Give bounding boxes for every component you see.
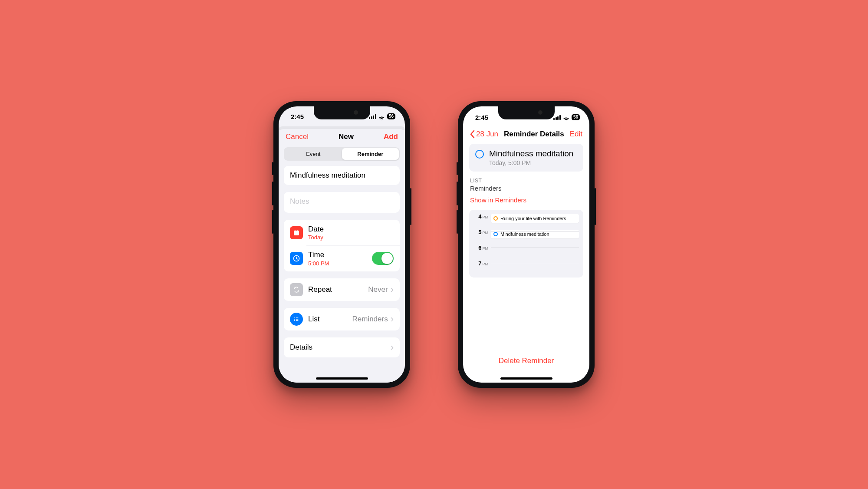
calendar-icon bbox=[290, 226, 303, 239]
reminder-summary[interactable]: Mindfulness meditation Today, 5:00 PM bbox=[469, 144, 583, 172]
notch bbox=[498, 106, 555, 119]
repeat-icon bbox=[290, 283, 303, 296]
timeline: 4PM Ruling your life with Reminders 5PM … bbox=[469, 210, 583, 278]
edit-button[interactable]: Edit bbox=[570, 130, 582, 139]
cancel-button[interactable]: Cancel bbox=[286, 132, 309, 141]
timeline-hour: 7PM bbox=[473, 259, 488, 267]
details-label: Details bbox=[290, 343, 312, 352]
home-indicator[interactable] bbox=[500, 377, 552, 380]
event-dot-icon bbox=[493, 232, 498, 236]
list-section-label: LIST bbox=[470, 178, 583, 184]
cellular-icon bbox=[369, 114, 376, 119]
notch bbox=[314, 106, 370, 119]
clock-icon bbox=[290, 252, 303, 265]
date-label: Date bbox=[308, 225, 324, 234]
phone-right: 2:45 56 28 Jun Reminder Details Edit Min… bbox=[458, 101, 595, 388]
add-button[interactable]: Add bbox=[384, 132, 398, 141]
chevron-right-icon: › bbox=[391, 314, 394, 324]
repeat-row[interactable]: Repeat Never › bbox=[284, 278, 400, 301]
battery-icon: 56 bbox=[572, 114, 580, 120]
svg-rect-10 bbox=[296, 320, 299, 320]
svg-rect-8 bbox=[296, 317, 299, 318]
cellular-icon bbox=[553, 115, 561, 120]
event-dot-icon bbox=[493, 216, 498, 221]
reminder-ring-icon[interactable] bbox=[475, 150, 484, 159]
repeat-value: Never bbox=[368, 285, 388, 294]
timeline-event[interactable]: Mindfulness meditation bbox=[491, 230, 579, 238]
list-value: Reminders bbox=[352, 315, 388, 324]
svg-rect-1 bbox=[294, 231, 299, 232]
list-icon bbox=[290, 313, 303, 326]
svg-rect-9 bbox=[296, 319, 299, 319]
chevron-right-icon: › bbox=[391, 343, 394, 352]
chevron-right-icon: › bbox=[391, 285, 394, 294]
time-toggle[interactable] bbox=[372, 252, 394, 265]
repeat-label: Repeat bbox=[308, 285, 332, 294]
reminder-title: Mindfulness meditation bbox=[489, 149, 573, 159]
new-reminder-modal: Cancel New Add Event Reminder Mindfulnes… bbox=[279, 129, 405, 383]
time-value: 5:00 PM bbox=[308, 260, 329, 267]
date-value: Today bbox=[308, 234, 324, 241]
timeline-hour: 5PM bbox=[473, 228, 488, 235]
phone-left: 2:45 56 Cancel New Add Event Reminder Mi… bbox=[273, 101, 410, 388]
date-row[interactable]: Date Today bbox=[284, 220, 400, 245]
svg-point-6 bbox=[294, 319, 295, 320]
time-row[interactable]: Time 5:00 PM bbox=[284, 245, 400, 271]
list-section-value: Reminders bbox=[470, 185, 583, 192]
title-input[interactable]: Mindfulness meditation bbox=[284, 166, 400, 185]
list-row[interactable]: List Reminders › bbox=[284, 308, 400, 330]
back-label: 28 Jun bbox=[476, 130, 498, 139]
delete-reminder-button[interactable]: Delete Reminder bbox=[463, 357, 589, 365]
reminder-subtitle: Today, 5:00 PM bbox=[489, 159, 573, 166]
status-time: 2:45 bbox=[475, 114, 488, 121]
segment-reminder[interactable]: Reminder bbox=[342, 148, 399, 160]
notes-input[interactable]: Notes bbox=[284, 192, 400, 213]
page-title: Reminder Details bbox=[504, 130, 564, 139]
wifi-icon bbox=[378, 114, 385, 119]
show-in-reminders-link[interactable]: Show in Reminders bbox=[470, 196, 583, 204]
timeline-event[interactable]: Ruling your life with Reminders bbox=[491, 214, 579, 223]
svg-point-5 bbox=[294, 317, 295, 318]
status-time: 2:45 bbox=[291, 113, 304, 120]
battery-icon: 56 bbox=[387, 113, 395, 119]
list-label: List bbox=[308, 314, 319, 324]
svg-rect-2 bbox=[295, 230, 296, 231]
event-title: Mindfulness meditation bbox=[500, 231, 549, 237]
svg-rect-3 bbox=[298, 230, 299, 231]
chevron-left-icon bbox=[470, 130, 475, 139]
event-reminder-segment[interactable]: Event Reminder bbox=[284, 147, 400, 161]
home-indicator[interactable] bbox=[316, 377, 368, 380]
segment-event[interactable]: Event bbox=[285, 148, 342, 160]
timeline-hour: 6PM bbox=[473, 244, 488, 251]
wifi-icon bbox=[563, 115, 569, 120]
time-label: Time bbox=[308, 250, 329, 259]
event-title: Ruling your life with Reminders bbox=[500, 216, 566, 221]
svg-point-7 bbox=[294, 320, 295, 321]
details-row[interactable]: Details › bbox=[284, 337, 400, 357]
back-button[interactable]: 28 Jun bbox=[470, 130, 498, 139]
modal-title: New bbox=[339, 132, 354, 141]
timeline-hour: 4PM bbox=[473, 212, 488, 220]
